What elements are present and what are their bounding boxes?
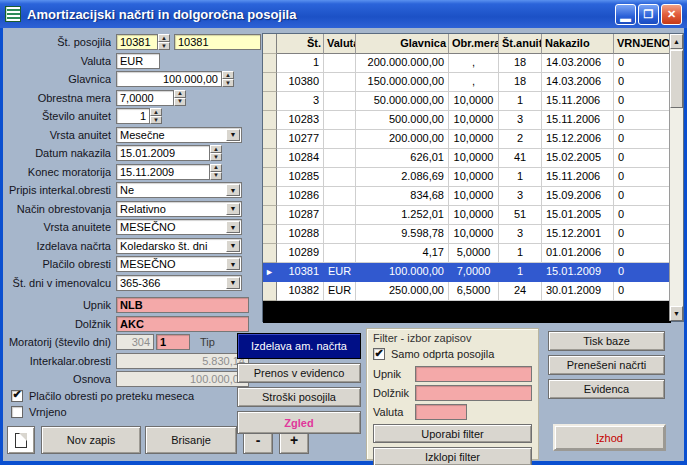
chevron-down-icon[interactable]: ▼ (226, 129, 240, 141)
placilo-obresti-select[interactable]: MESEČNO▼ (116, 256, 242, 272)
grid-cell[interactable]: 626,01 (356, 149, 449, 168)
grid-cell[interactable]: 0 (614, 73, 671, 92)
grid-cell[interactable]: 15.02.2005 (542, 149, 614, 168)
grid-row[interactable]: 10283500.000,0010,0000315.11.20060 (263, 111, 683, 130)
grid-row[interactable]: 10286834,6810,0000315.09.20060 (263, 187, 683, 206)
chevron-down-icon[interactable]: ▼ (226, 184, 240, 196)
grid-cell[interactable]: 15.11.2006 (542, 92, 614, 111)
grid-cell[interactable]: 15.11.2006 (542, 168, 614, 187)
izdelava-nacrta-select[interactable]: Koledarsko št. dni▼ (116, 238, 242, 254)
close-button[interactable]: ✕ (661, 4, 682, 25)
grid-cell[interactable]: 250.000,00 (356, 282, 449, 301)
izdelava-am-nacrta-button[interactable]: Izdelava am. načrta (237, 333, 361, 359)
spin-down-icon[interactable]: ▼ (210, 153, 222, 161)
chevron-down-icon[interactable]: ▼ (226, 277, 240, 289)
filter-upnik-input[interactable] (415, 366, 532, 382)
vrnjeno-row[interactable]: Vrnjeno (11, 404, 194, 419)
grid-cell[interactable]: 24 (499, 282, 542, 301)
checkbox-placilo-po-preteku[interactable] (11, 390, 23, 402)
new-document-button[interactable] (7, 426, 35, 454)
spin-up-icon[interactable]: ▲ (174, 90, 186, 98)
chevron-down-icon[interactable]: ▼ (226, 240, 240, 252)
grid-cell[interactable]: 2.086,69 (356, 168, 449, 187)
grid-cell[interactable]: 500.000,00 (356, 111, 449, 130)
samo-odprta-row[interactable]: Samo odprta posojila (373, 347, 532, 361)
grid-cell[interactable]: 18 (499, 54, 542, 73)
grid-column-header[interactable]: Št.anuitet (499, 34, 542, 54)
grid-cell[interactable]: 1 (499, 92, 542, 111)
st-posojila-copy-input[interactable]: 10381 (174, 34, 261, 50)
grid-cell[interactable] (324, 73, 356, 92)
grid-cell[interactable]: 1 (499, 168, 542, 187)
obrestna-mera-spinner[interactable]: ▲▼ (174, 90, 186, 106)
datum-nakazila-spinner[interactable]: ▲▼ (210, 145, 222, 161)
grid-cell[interactable]: 10286 (277, 187, 324, 206)
datum-nakazila-input[interactable]: 15.01.2009 (116, 145, 210, 161)
grid-cell[interactable]: 1 (499, 244, 542, 263)
moratorij-tip-input[interactable]: 1 (156, 334, 190, 350)
pripis-interkal-select[interactable]: Ne▼ (116, 182, 242, 198)
grid-cell[interactable]: 15.12.2006 (542, 130, 614, 149)
grid-row[interactable]: 10380150.000.000,00,1814.03.20060 (263, 73, 683, 92)
scroll-down-icon[interactable]: ▼ (670, 306, 683, 321)
grid-vertical-scrollbar[interactable]: ▲ ▼ (669, 34, 683, 321)
grid-row[interactable]: 102852.086,6910,0000115.11.20060 (263, 168, 683, 187)
chevron-down-icon[interactable]: ▼ (226, 203, 240, 215)
grid-cell[interactable]: 10,0000 (449, 187, 499, 206)
grid-cell[interactable]: 150.000.000,00 (356, 73, 449, 92)
grid-cell[interactable]: 10,0000 (449, 206, 499, 225)
grid-cell[interactable]: 10,0000 (449, 225, 499, 244)
grid-cell[interactable]: 0 (614, 263, 671, 282)
spin-down-icon[interactable]: ▼ (174, 98, 186, 106)
grid-row[interactable]: 10284626,0110,00004115.02.20050 (263, 149, 683, 168)
grid-cell[interactable]: 3 (499, 111, 542, 130)
chevron-down-icon[interactable]: ▼ (226, 221, 240, 233)
uporabi-filter-button[interactable]: Uporabi filter (373, 424, 532, 443)
grid-cell[interactable]: 3 (499, 187, 542, 206)
grid-cell[interactable]: 0 (614, 168, 671, 187)
vrsta-anuitete-select[interactable]: MESEČNO▼ (116, 219, 242, 235)
grid-cell[interactable]: 10381 (277, 263, 324, 282)
izklopi-filter-button[interactable]: Izklopi filter (373, 447, 532, 465)
grid-cell[interactable]: 834,68 (356, 187, 449, 206)
grid-cell[interactable]: 1 (499, 263, 542, 282)
grid-cell[interactable]: 1 (277, 54, 324, 73)
grid-cell[interactable]: 0 (614, 54, 671, 73)
grid-row[interactable]: 1200.000.000,00,1814.03.20060 (263, 54, 683, 73)
grid-cell[interactable]: 15.12.2001 (542, 225, 614, 244)
valuta-input[interactable]: EUR (116, 53, 160, 69)
grid-cell[interactable]: 200.000,00 (356, 130, 449, 149)
grid-cell[interactable]: 41 (499, 149, 542, 168)
grid-cell[interactable]: 18 (499, 73, 542, 92)
grid-cell[interactable]: 0 (614, 92, 671, 111)
checkbox-vrnjeno[interactable] (11, 406, 23, 418)
stevilo-anuitet-spinner[interactable]: ▲▼ (150, 108, 162, 124)
dolznik-input[interactable]: AKC (116, 316, 249, 332)
stroski-posojila-button[interactable]: Stroški posojila (237, 387, 361, 407)
grid-cell[interactable]: 200.000.000,00 (356, 54, 449, 73)
checkbox-samo-odprta[interactable] (373, 348, 385, 360)
grid-cell[interactable]: 6,5000 (449, 282, 499, 301)
grid-cell[interactable]: 0 (614, 282, 671, 301)
filter-dolznik-input[interactable] (415, 385, 532, 401)
placilo-po-preteku-row[interactable]: Plačilo obresti po preteku meseca (11, 388, 194, 403)
scroll-up-icon[interactable]: ▲ (670, 34, 683, 49)
grid-cell[interactable]: 10,0000 (449, 130, 499, 149)
grid-cell[interactable]: 0 (614, 225, 671, 244)
grid-cell[interactable]: 9.598,78 (356, 225, 449, 244)
grid-cell[interactable] (324, 206, 356, 225)
spin-up-icon[interactable]: ▲ (222, 71, 234, 79)
grid-cell[interactable] (324, 130, 356, 149)
scrollbar-thumb[interactable] (670, 50, 683, 108)
grid-cell[interactable]: 14.03.2006 (542, 73, 614, 92)
spin-down-icon[interactable]: ▼ (150, 116, 162, 124)
glavnica-spinner[interactable]: ▲▼ (222, 71, 234, 87)
spin-down-icon[interactable]: ▼ (222, 79, 234, 87)
grid-cell[interactable]: , (449, 54, 499, 73)
nacin-obrestovanja-select[interactable]: Relativno▼ (116, 201, 242, 217)
grid-cell[interactable]: 0 (614, 111, 671, 130)
grid-cell[interactable]: 30.01.2009 (542, 282, 614, 301)
preneseni-nacrti-button[interactable]: Prenešeni načrti (548, 355, 665, 375)
grid-row[interactable]: 10382EUR250.000,006,50002430.01.20090 (263, 282, 683, 301)
grid-cell[interactable]: 10,0000 (449, 92, 499, 111)
